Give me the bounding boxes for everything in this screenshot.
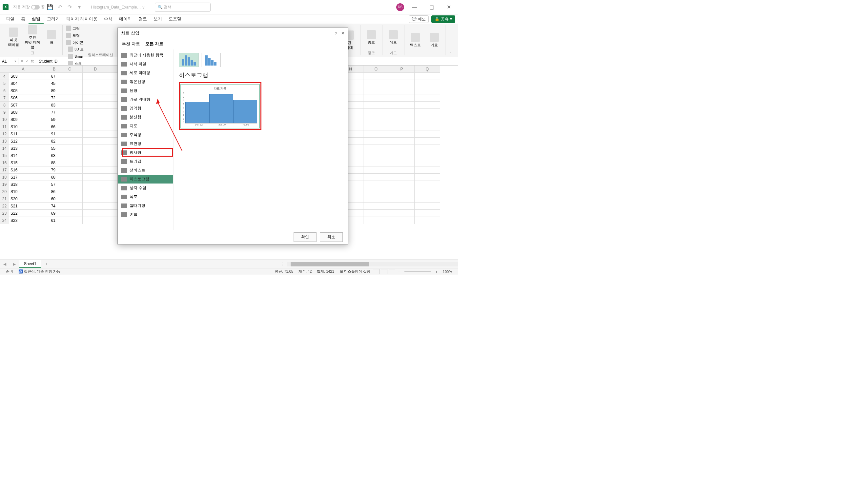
cell[interactable]	[415, 109, 440, 116]
cell[interactable]	[415, 166, 440, 174]
cell[interactable]	[415, 174, 440, 181]
cell[interactable]	[83, 159, 108, 166]
table-button[interactable]: 표	[43, 25, 60, 50]
cell[interactable]	[363, 116, 389, 123]
chart-type-item[interactable]: 분산형	[118, 113, 173, 122]
chart-type-item[interactable]: 선버스트	[118, 166, 173, 175]
accept-formula-icon[interactable]: ✓	[25, 59, 29, 64]
cell[interactable]	[389, 94, 415, 102]
cell[interactable]	[83, 138, 108, 145]
cell[interactable]: S10	[9, 123, 36, 130]
chart-type-item[interactable]: 원형	[118, 86, 173, 95]
cell[interactable]: S03	[9, 73, 36, 80]
cell[interactable]	[57, 159, 83, 166]
cell[interactable]	[363, 102, 389, 109]
ok-button[interactable]: 확인	[294, 232, 316, 242]
cell[interactable]	[415, 87, 440, 94]
zoom-out-button[interactable]: −	[398, 270, 400, 274]
cell[interactable]	[83, 73, 108, 80]
cell[interactable]	[83, 130, 108, 138]
cell[interactable]	[57, 116, 83, 123]
chart-type-item[interactable]: 방사형	[118, 148, 173, 157]
cell[interactable]	[415, 217, 440, 224]
histogram-subtype-1[interactable]	[179, 53, 199, 67]
cell[interactable]: 61	[36, 217, 57, 224]
cell[interactable]	[415, 159, 440, 166]
sheet-prev-icon[interactable]: ◀	[0, 262, 10, 266]
cell[interactable]	[57, 102, 83, 109]
cell[interactable]: 68	[36, 174, 57, 181]
memo-button[interactable]: 메모	[385, 25, 401, 50]
cell[interactable]	[83, 217, 108, 224]
cell[interactable]	[57, 109, 83, 116]
cell[interactable]	[363, 138, 389, 145]
tab-draw[interactable]: 그리기	[44, 15, 63, 23]
cell[interactable]: S11	[9, 130, 36, 138]
row-header[interactable]: 10	[0, 116, 9, 123]
cell[interactable]	[83, 94, 108, 102]
chart-type-item[interactable]: 상자 수염	[118, 183, 173, 192]
cell[interactable]	[415, 80, 440, 87]
cell[interactable]	[57, 166, 83, 174]
chart-type-item[interactable]: 최근에 사용한 항목	[118, 51, 173, 60]
cell[interactable]	[389, 116, 415, 123]
cell[interactable]	[389, 217, 415, 224]
cell[interactable]: S09	[9, 116, 36, 123]
autosave-toggle[interactable]: 자동 저장 끔	[13, 4, 45, 10]
cell[interactable]	[415, 73, 440, 80]
row-header[interactable]: 11	[0, 123, 9, 130]
dialog-close-icon[interactable]: ✕	[341, 31, 345, 36]
cell[interactable]: 79	[36, 166, 57, 174]
zoom-level[interactable]: 100%	[443, 270, 452, 274]
cell[interactable]	[389, 130, 415, 138]
cell[interactable]	[389, 159, 415, 166]
cell[interactable]	[363, 94, 389, 102]
accessibility-status[interactable]: ♿ 접근성: 계속 진행 가능	[18, 269, 61, 274]
cell[interactable]	[83, 202, 108, 210]
recommended-pivot-button[interactable]: 추천 피벗 테이블	[24, 25, 41, 50]
row-header[interactable]: 21	[0, 195, 9, 202]
cell[interactable]	[57, 73, 83, 80]
textbox-button[interactable]: 텍스트	[407, 25, 424, 55]
cell[interactable]	[389, 166, 415, 174]
cell[interactable]	[415, 210, 440, 217]
cell[interactable]	[363, 159, 389, 166]
sheet-options-icon[interactable]: ⋮	[277, 262, 287, 266]
tab-home[interactable]: 홈	[18, 15, 29, 23]
cell[interactable]	[389, 188, 415, 195]
chart-type-item[interactable]: 꺾은선형	[118, 77, 173, 86]
cell[interactable]: 69	[36, 210, 57, 217]
cell[interactable]	[363, 202, 389, 210]
col-header[interactable]: D	[83, 66, 108, 73]
cell[interactable]	[83, 210, 108, 217]
qat-dropdown-icon[interactable]: ▾	[76, 4, 82, 10]
cell[interactable]	[389, 87, 415, 94]
chart-type-item[interactable]: 서식 파일	[118, 60, 173, 69]
cell[interactable]: 45	[36, 80, 57, 87]
save-icon[interactable]: 💾	[47, 4, 53, 10]
chart-type-item[interactable]: 지도	[118, 122, 173, 130]
3d-models-button[interactable]: 3D 모	[67, 46, 84, 52]
row-header[interactable]: 12	[0, 130, 9, 138]
cell[interactable]	[363, 73, 389, 80]
cell[interactable]	[363, 130, 389, 138]
cell[interactable]	[363, 210, 389, 217]
redo-icon[interactable]: ↷	[67, 4, 72, 10]
row-header[interactable]: 9	[0, 109, 9, 116]
cell[interactable]	[363, 217, 389, 224]
row-header[interactable]: 24	[0, 217, 9, 224]
cell[interactable]	[57, 130, 83, 138]
cell[interactable]	[363, 152, 389, 159]
cell[interactable]	[57, 87, 83, 94]
cell[interactable]	[57, 152, 83, 159]
cell[interactable]	[415, 181, 440, 188]
cell[interactable]	[415, 202, 440, 210]
col-header[interactable]: B	[36, 66, 57, 73]
symbol-button[interactable]: 기호	[426, 25, 443, 55]
cell[interactable]	[363, 109, 389, 116]
cell[interactable]	[57, 217, 83, 224]
cell[interactable]	[389, 210, 415, 217]
cell[interactable]	[415, 116, 440, 123]
chart-type-item[interactable]: 세로 막대형	[118, 69, 173, 77]
sheet-tab[interactable]: Sheet1	[19, 260, 41, 268]
